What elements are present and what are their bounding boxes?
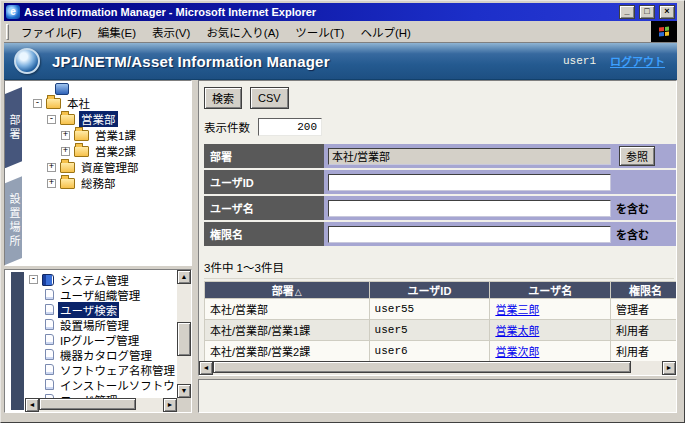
tree-item-ip-group-kanri[interactable]: IPグループ管理 [27,332,177,347]
main-column: 検索 CSV 表示件数 部署 参照 ユーザ [198,80,677,413]
column-header-username[interactable]: ユーザ名 [490,282,610,298]
tree-item-kiki-catalog-kanri[interactable]: 機器カタログ管理 [27,347,177,362]
browser-throbber [651,21,677,42]
tree-item-system-kanri[interactable]: - システム管理 [27,272,177,287]
page-icon [45,349,54,360]
userid-input[interactable] [328,174,611,191]
scrollbar-thumb[interactable] [39,398,136,410]
role-contains-label: を含む [616,226,649,242]
system-menu-tree: - システム管理 ユーザ組織管理 ユーザ検索 [25,270,177,398]
column-header-userid[interactable]: ユーザID [370,282,490,298]
display-count-input[interactable] [258,118,322,136]
org-tree: - 本社 - 営業部 + 営業1課 + [27,81,191,265]
department-input[interactable] [328,148,611,165]
scroll-right-button[interactable]: ► [163,398,177,412]
tree-toggle-icon[interactable]: + [47,179,56,188]
content-area: 部署 設置場所 - 本社 - 営業部 + [4,80,677,413]
table-row: 本社/営業部 user55 営業三郎 管理者 [205,299,676,319]
search-button[interactable]: 検索 [204,87,242,109]
search-pane: 検索 CSV 表示件数 部署 参照 ユーザ [198,80,677,376]
menu-edit[interactable]: 編集(E) [90,21,144,43]
cell-role: 利用者 [611,341,676,361]
search-form: 部署 参照 ユーザID ユーザ名 を含む [204,144,676,246]
tree-toggle-icon[interactable]: + [61,147,70,156]
form-row-role: 権限名 を含む [204,222,676,246]
reference-button[interactable]: 参照 [619,146,655,166]
tree-toggle-icon[interactable]: - [47,115,56,124]
form-row-department: 部署 参照 [204,144,676,168]
page-icon [45,379,54,390]
tree-item-eigyobu[interactable]: - 営業部 [31,111,191,127]
tree-item-user-org-kanri[interactable]: ユーザ組織管理 [27,287,177,302]
sidebar-tab-location[interactable]: 設置場所 [5,176,22,265]
tree-item-eigyo2ka[interactable]: + 営業2課 [31,143,191,159]
maximize-button[interactable]: □ [639,5,655,19]
internet-explorer-icon: e [6,5,20,19]
scrollbar-thumb[interactable] [213,361,631,373]
windows-logo-icon [659,26,669,36]
folder-icon [60,178,75,189]
page-icon [45,289,54,300]
main-horizontal-scrollbar[interactable]: ◄ ► [199,361,676,375]
minimize-button[interactable]: _ [619,5,635,19]
cell-role: 管理者 [611,299,676,319]
tree-toggle-icon[interactable]: + [47,163,56,172]
menu-view[interactable]: 表示(V) [144,21,198,43]
menu-help[interactable]: ヘルプ(H) [352,21,418,43]
tree-toggle-icon[interactable]: - [29,275,38,284]
tree-item-location-kanri[interactable]: 設置場所管理 [27,317,177,332]
app-header: JP1/NETM/Asset Information Manager user1… [4,43,677,80]
display-count-label: 表示件数 [204,119,250,135]
tree-horizontal-scrollbar[interactable]: ◄ ► [25,398,191,412]
scroll-left-button[interactable]: ◄ [25,398,39,412]
tree-item-software-meisho-kanri[interactable]: ソフトウェア名称管理 [27,362,177,377]
column-header-role[interactable]: 権限名 [611,282,676,298]
scroll-right-button[interactable]: ► [662,361,676,375]
menu-tools[interactable]: ツール(T) [287,21,352,43]
user-name-link[interactable]: 営業太郎 [495,325,539,337]
username-label: ユーザ名 [204,196,324,220]
cell-role: 利用者 [611,320,676,340]
close-button[interactable]: × [659,5,675,19]
title-bar[interactable]: e Asset Information Manager - Microsoft … [4,3,677,21]
tree-item-somubu[interactable]: + 総務部 [31,175,191,191]
tree-vertical-scrollbar[interactable]: ▲ ▼ [177,270,191,398]
tree-item-install-software[interactable]: インストールソフトウ [27,377,177,392]
scroll-up-button[interactable]: ▲ [177,270,191,284]
role-label: 権限名 [204,222,324,246]
tree-item-eigyo1ka[interactable]: + 営業1課 [31,127,191,143]
page-icon [45,334,54,345]
tree-item-honsha[interactable]: - 本社 [31,95,191,111]
csv-button[interactable]: CSV [250,87,289,109]
left-sidebar: 部署 設置場所 - 本社 - 営業部 + [4,80,192,413]
tab-strip-extension [11,272,24,410]
cell-department: 本社/営業部/営業1課 [205,320,369,340]
sidebar-tab-department[interactable]: 部署 [5,87,22,168]
menu-favorites[interactable]: お気に入り(A) [198,21,287,43]
username-contains-label: を含む [616,200,649,216]
toolbar-grip[interactable] [6,24,9,40]
tree-toggle-icon[interactable]: - [33,99,42,108]
scrollbar-thumb[interactable] [177,322,191,356]
username-input[interactable] [328,200,611,217]
tree-toggle-icon[interactable]: + [61,131,70,140]
tree-item-shisankanribu[interactable]: + 資産管理部 [31,159,191,175]
tree-item-user-search[interactable]: ユーザ検索 [27,302,177,317]
results-header-row: 部署△ ユーザID ユーザ名 権限名 [205,282,676,298]
page-icon [45,304,54,315]
result-summary: 3件中 1～3件目 [204,259,674,279]
user-name-link[interactable]: 営業次郎 [495,346,539,358]
org-root-icon [55,83,69,95]
menu-bar: ファイル(F) 編集(E) 表示(V) お気に入り(A) ツール(T) ヘルプ(… [4,21,677,43]
scrollbar-corner [177,398,191,412]
page-icon [45,319,54,330]
menu-file[interactable]: ファイル(F) [13,21,90,43]
table-row: 本社/営業部/営業1課 user5 営業太郎 利用者 [205,320,676,340]
column-header-department[interactable]: 部署△ [205,282,369,298]
table-row: 本社/営業部/営業2課 user6 営業次郎 利用者 [205,341,676,361]
role-input[interactable] [328,226,611,243]
logout-link[interactable]: ログアウト [610,53,665,69]
scroll-down-button[interactable]: ▼ [177,384,191,398]
user-name-link[interactable]: 営業三郎 [495,304,539,316]
scroll-left-button[interactable]: ◄ [199,361,213,375]
